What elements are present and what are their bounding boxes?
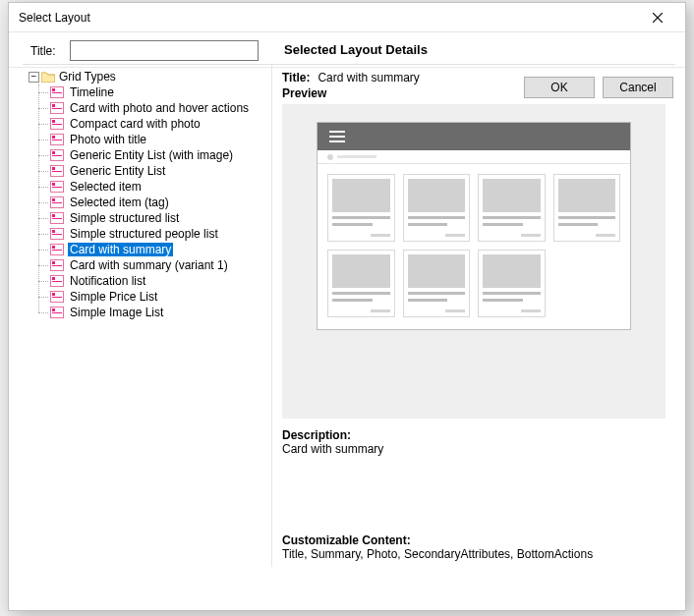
mock-appbar [318,123,630,150]
tree-item-label: Compact card with photo [68,117,202,131]
tree-item[interactable]: Photo with title [50,132,271,147]
mock-card [403,174,471,242]
tree-item-label: Card with summary [68,243,173,256]
tree-item[interactable]: Simple structured people list [50,226,271,242]
mock-card [478,250,546,317]
tree-item-label: Generic Entity List [68,164,167,178]
tree-item-label: Simple Image List [68,306,165,319]
close-button[interactable] [638,5,677,30]
tree-item[interactable]: Generic Entity List [50,163,271,179]
tree-item-label: Card with summary (variant 1) [68,258,230,272]
mock-card [553,174,621,242]
tree-item[interactable]: Notification list [50,273,271,289]
layout-icon [50,118,64,130]
titlebar: Select Layout [9,3,685,32]
layout-icon [50,86,64,98]
preview-area [282,104,665,419]
mock-card [478,174,546,242]
layout-icon [50,196,64,208]
tree-item-label: Simple structured list [68,211,181,225]
window-title: Select Layout [19,11,90,25]
hamburger-icon [329,131,345,142]
details-title-value: Card with summary [318,71,419,84]
details-pane: Title: Card with summary Preview [272,65,675,567]
tree-item-label: Card with photo and hover actions [68,101,251,115]
tree-root-label: Grid Types [59,70,116,84]
tree-item[interactable]: Timeline [50,84,271,100]
layout-icon [50,212,64,224]
tree-item[interactable]: Selected item [50,179,271,195]
close-icon [653,13,663,23]
select-layout-dialog: Select Layout Title: Selected Layout Det… [8,2,686,611]
tree-item[interactable]: Card with summary [50,242,271,257]
description-label: Description: [282,428,665,442]
tree-item[interactable]: Card with photo and hover actions [50,100,271,116]
tree-item-label: Timeline [68,85,116,99]
customizable-block: Customizable Content: Title, Summary, Ph… [282,533,665,561]
dialog-body: Title: Selected Layout Details − Grid Ty… [9,32,685,610]
folder-icon [41,71,55,83]
split-pane: − Grid Types TimelineCard with photo and… [23,64,675,567]
layout-icon [50,244,64,255]
title-input[interactable] [70,40,259,61]
tree-item-label: Simple structured people list [68,227,220,241]
tree-item[interactable]: Selected item (tag) [50,195,271,210]
tree-item-label: Generic Entity List (with image) [68,148,235,162]
title-label: Title: [30,44,64,58]
mock-card-grid [318,164,630,329]
tree-root[interactable]: − Grid Types [29,69,271,84]
tree-item-label: Selected item [68,180,144,194]
description-block: Description: Card with summary [282,428,665,456]
mock-card [327,250,395,317]
customizable-value: Title, Summary, Photo, SecondaryAttribut… [282,547,665,561]
tree-item[interactable]: Generic Entity List (with image) [50,147,271,163]
customizable-label: Customizable Content: [282,533,665,547]
tree-item[interactable]: Card with summary (variant 1) [50,257,271,273]
layout-icon [50,275,64,287]
layout-preview-mock [317,122,631,330]
tree-item[interactable]: Simple structured list [50,210,271,226]
mock-subbar [318,150,630,164]
layout-icon [50,102,64,114]
tree-children: TimelineCard with photo and hover action… [38,84,271,320]
layout-icon [50,149,64,161]
mock-card [403,250,471,317]
layout-icon [50,259,64,271]
layout-icon [50,307,64,318]
layout-icon [50,181,64,193]
layout-icon [50,291,64,303]
details-title-row: Title: Card with summary [282,71,665,84]
tree-item[interactable]: Simple Price List [50,289,271,305]
details-title-label: Title: [282,71,310,84]
tree-item[interactable]: Compact card with photo [50,116,271,132]
layout-icon [50,228,64,240]
tree-item-label: Notification list [68,274,147,288]
tree-item[interactable]: Simple Image List [50,305,271,320]
preview-label: Preview [282,86,665,100]
tree-item-label: Photo with title [68,133,148,146]
details-heading: Selected Layout Details [284,42,428,57]
tree-item-label: Simple Price List [68,290,159,304]
layout-icon [50,134,64,145]
description-value: Card with summary [282,442,665,456]
layout-icon [50,165,64,177]
mock-card [327,174,395,242]
collapse-icon[interactable]: − [29,72,39,83]
tree-pane[interactable]: − Grid Types TimelineCard with photo and… [23,65,272,567]
tree-item-label: Selected item (tag) [68,196,171,209]
